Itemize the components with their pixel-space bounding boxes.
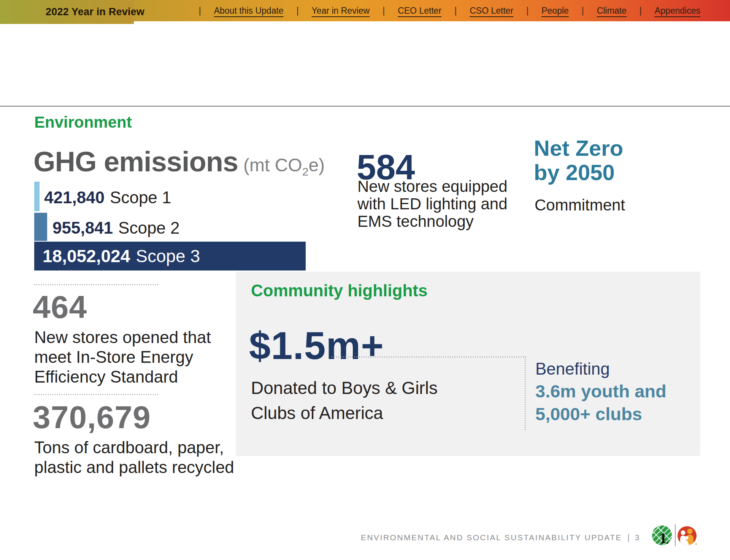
family-dollar-logo [677,526,698,547]
ghg-unit-open: (mt CO [243,155,302,175]
top-nav: | About this Update | Year in Review | C… [199,0,700,21]
nav-link-year-in-review[interactable]: Year in Review [312,6,370,16]
scope1-row: 421,840Scope 1 [44,188,171,207]
page-number: 3 [635,533,640,542]
dotted-divider [34,284,160,285]
dollar-tree-logo: 1 [652,525,673,547]
nav-link-people[interactable]: People [541,6,569,16]
scope2-label: Scope 2 [118,218,179,237]
scope3-label: Scope 3 [136,246,200,266]
nav-separator: | [454,6,457,16]
scope3-bar: 18,052,024Scope 3 [34,242,306,271]
family-dollar-dot-icon [695,543,697,545]
nav-separator: | [297,6,299,16]
stat-new-stores-led-caption: New stores equipped with LED lighting an… [357,178,508,230]
scope1-bar [34,182,40,211]
environment-section-heading: Environment [34,113,132,131]
report-title: 2022 Year in Review [46,6,144,18]
scope1-label: Scope 1 [110,188,171,207]
stat-stores-efficiency-caption: New stores opened that meet In-Store Ene… [34,327,211,387]
net-zero-headline: Net Zero by 2050 [534,136,623,185]
footer-separator: | [627,533,630,543]
nav-separator: | [582,6,584,16]
scope3-value: 18,052,024 [43,246,130,266]
nav-link-cso-letter[interactable]: CSO Letter [470,6,513,16]
benefit-detail: 3.6m youth and 5,000+ clubs [535,380,667,426]
dotted-connector-horizontal [332,356,525,358]
logo-divider-line [675,524,676,546]
nav-link-about-this-update[interactable]: About this Update [214,6,284,16]
donation-caption: Donated to Boys & Girls Clubs of America [251,375,438,426]
ghg-unit-sub: 2 [302,165,309,178]
scope2-bar [34,213,47,241]
report-page: 2022 Year in Review | About this Update … [0,0,730,560]
scope2-row: 955,841Scope 2 [52,218,180,237]
donation-value: $1.5m+ [249,324,384,368]
stat-recycled-value: 370,679 [33,399,151,436]
benefit-intro: Benefiting [535,359,610,378]
stat-stores-efficiency-value: 464 [33,289,87,326]
dotted-connector-vertical [525,356,526,430]
nav-separator: | [382,6,385,16]
ghg-emissions-heading: GHG emissions(mt CO2e) [33,146,325,178]
community-highlights-heading: Community highlights [251,281,427,300]
dollar-tree-one-glyph: 1 [659,530,667,547]
ghg-unit-close: e) [308,155,325,175]
nav-separator: | [640,6,642,16]
nav-link-appendices[interactable]: Appendices [655,6,700,16]
footer-report-title: ENVIRONMENTAL AND SOCIAL SUSTAINABILITY … [361,533,622,542]
net-zero-caption: Commitment [535,196,625,214]
nav-separator: | [199,6,201,16]
ghg-unit: (mt CO2e) [243,155,325,175]
report-title-tab: 2022 Year in Review [0,0,134,24]
company-logos: 1 [652,524,701,547]
nav-link-climate[interactable]: Climate [597,6,627,16]
scope2-value: 955,841 [52,218,113,237]
nav-link-ceo-letter[interactable]: CEO Letter [398,6,441,16]
ghg-title: GHG emissions [33,146,238,177]
dotted-divider [34,394,160,395]
nav-separator: | [526,6,528,16]
stat-recycled-caption: Tons of cardboard, paper, plastic and pa… [34,438,234,477]
scope1-value: 421,840 [44,188,105,207]
dollar-tree-dot-icon [667,542,668,544]
top-nav-bar: 2022 Year in Review | About this Update … [0,0,730,21]
section-divider-line [0,106,730,107]
footer: ENVIRONMENTAL AND SOCIAL SUSTAINABILITY … [361,533,640,543]
